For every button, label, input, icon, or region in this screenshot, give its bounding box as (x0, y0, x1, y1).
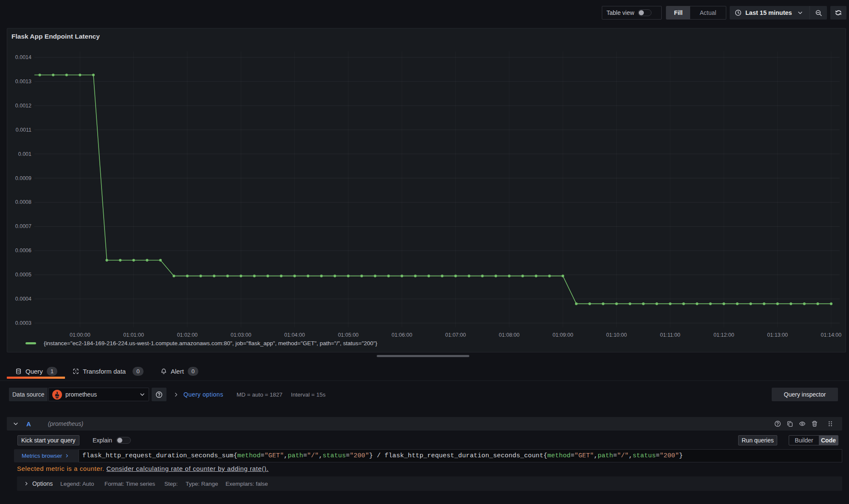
svg-text:0.0014: 0.0014 (15, 54, 31, 60)
svg-text:0.0008: 0.0008 (15, 199, 31, 205)
svg-text:01:13:00: 01:13:00 (767, 332, 788, 338)
svg-text:0.0005: 0.0005 (15, 272, 31, 278)
svg-text:0.0006: 0.0006 (15, 248, 31, 253)
svg-text:0.0011: 0.0011 (16, 127, 31, 133)
svg-text:01:11:00: 01:11:00 (660, 332, 680, 338)
svg-text:01:05:00: 01:05:00 (338, 332, 359, 338)
svg-text:01:02:00: 01:02:00 (177, 332, 198, 338)
svg-text:01:10:00: 01:10:00 (606, 332, 627, 338)
svg-text:01:06:00: 01:06:00 (392, 332, 412, 338)
svg-text:01:01:00: 01:01:00 (123, 332, 144, 338)
svg-text:01:09:00: 01:09:00 (553, 332, 573, 338)
svg-text:0.0003: 0.0003 (15, 320, 31, 326)
svg-text:0.0004: 0.0004 (15, 296, 31, 302)
svg-text:01:12:00: 01:12:00 (714, 332, 734, 338)
svg-text:0.0009: 0.0009 (15, 175, 31, 181)
svg-text:01:03:00: 01:03:00 (231, 332, 251, 338)
svg-text:01:04:00: 01:04:00 (284, 332, 305, 338)
svg-text:01:00:00: 01:00:00 (70, 332, 90, 338)
svg-text:01:14:00: 01:14:00 (821, 332, 842, 338)
svg-text:0.0007: 0.0007 (15, 223, 31, 229)
svg-text:0.0013: 0.0013 (15, 79, 31, 84)
svg-text:0.001: 0.001 (18, 151, 31, 157)
svg-text:01:08:00: 01:08:00 (499, 332, 520, 338)
svg-text:01:07:00: 01:07:00 (445, 332, 466, 338)
svg-text:0.0012: 0.0012 (15, 103, 31, 109)
